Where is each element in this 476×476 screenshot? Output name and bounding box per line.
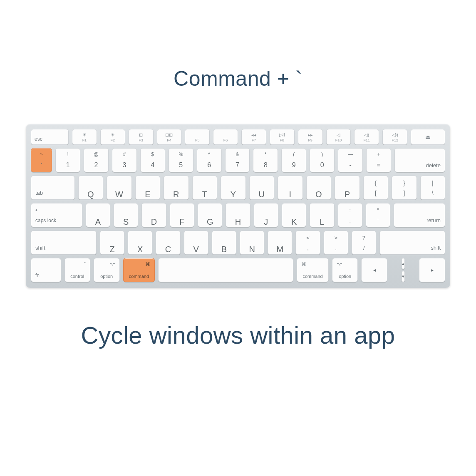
key-bracket-open: {[	[363, 176, 389, 200]
key-quote: "'	[366, 203, 390, 227]
key-bracket-close: }]	[392, 176, 417, 200]
shortcut-caption: Cycle windows within an app	[81, 321, 395, 349]
key-control: ˆcontrol	[64, 258, 91, 282]
key-comma: <,	[295, 231, 320, 255]
key-m: M	[268, 231, 292, 255]
key-g: G	[198, 203, 222, 227]
row-fn: esc ☀F1 ☀F2 ⊞F3 ⊞⊞F4 F5 F6 ◂◂F7 ▷IIF8 ▸▸…	[31, 129, 445, 145]
key-slash: ?/	[352, 231, 376, 255]
key-fn: fn	[31, 258, 61, 282]
key-f2: ☀F2	[100, 129, 125, 145]
key-capslock: •caps lock	[31, 203, 82, 227]
key-semicolon: :;	[338, 203, 362, 227]
key-s: S	[114, 203, 138, 227]
key-z: Z	[100, 231, 124, 255]
key-arrow-right: ▸	[419, 258, 445, 282]
key-v: V	[184, 231, 208, 255]
key-y: Y	[221, 176, 246, 200]
key-period: >.	[324, 231, 348, 255]
keyboard: esc ☀F1 ☀F2 ⊞F3 ⊞⊞F4 F5 F6 ◂◂F7 ▷IIF8 ▸▸…	[26, 124, 450, 288]
key-f8: ▷IIF8	[270, 129, 295, 145]
key-f6: F6	[213, 129, 238, 145]
key-f11: ◁)F11	[354, 129, 379, 145]
shortcut-title: Command + `	[174, 67, 302, 91]
key-j: J	[254, 203, 278, 227]
key-f7: ◂◂F7	[241, 129, 266, 145]
key-o: O	[306, 176, 332, 200]
key-4: $4	[140, 148, 165, 172]
key-space	[158, 258, 293, 282]
key-return: return	[394, 203, 445, 227]
key-0: )0	[310, 148, 335, 172]
row-num: ~` !1 @2 #3 $4 %5 ^6 &7 *8 (9 )0 —- += d…	[31, 148, 445, 172]
key-equals: +=	[366, 148, 391, 172]
control-icon: ˆ	[84, 262, 86, 268]
key-eject: ⏏	[411, 129, 445, 145]
key-2: @2	[84, 148, 109, 172]
key-f: F	[170, 203, 194, 227]
key-f9: ▸▸F9	[298, 129, 323, 145]
key-option-left: ⌥option	[94, 258, 120, 282]
key-q: Q	[78, 176, 104, 200]
key-l: L	[310, 203, 334, 227]
key-shift-right: shift	[379, 231, 445, 255]
key-5: %5	[169, 148, 193, 172]
key-esc: esc	[31, 129, 69, 145]
key-arrow-updown: ▴ ▾	[391, 258, 416, 282]
key-c: C	[156, 231, 180, 255]
key-9: (9	[281, 148, 306, 172]
key-3: #3	[112, 148, 137, 172]
key-f5: F5	[185, 129, 210, 145]
key-6: ^6	[197, 148, 222, 172]
key-arrow-up: ▴	[402, 258, 405, 269]
row-mod: fn ˆcontrol ⌥option ⌘command ⌘command ⌥o…	[31, 258, 445, 282]
key-8: *8	[253, 148, 278, 172]
command-icon: ⌘	[145, 261, 150, 267]
key-7: &7	[225, 148, 250, 172]
key-minus: —-	[338, 148, 363, 172]
eject-icon: ⏏	[411, 134, 445, 140]
key-backslash: |\	[420, 176, 446, 200]
key-i: I	[278, 176, 303, 200]
command-icon: ⌘	[301, 261, 306, 267]
key-n: N	[240, 231, 264, 255]
key-delete: delete	[394, 148, 445, 172]
key-a: A	[86, 203, 110, 227]
key-k: K	[282, 203, 306, 227]
key-f3: ⊞F3	[129, 129, 154, 145]
option-icon: ⌥	[337, 262, 342, 268]
key-1: !1	[55, 148, 80, 172]
key-e: E	[135, 176, 161, 200]
key-t: T	[192, 176, 218, 200]
key-f4: ⊞⊞F4	[157, 129, 182, 145]
key-option-right: ⌥option	[332, 258, 358, 282]
key-w: W	[107, 176, 132, 200]
row-a: •caps lock A S D F G H J K L :; "' retur…	[31, 203, 445, 227]
row-z: shift Z X C V B N M <, >. ?/ shift	[31, 231, 445, 255]
key-shift-left: shift	[31, 231, 97, 255]
key-h: H	[226, 203, 250, 227]
key-f1: ☀F1	[72, 129, 97, 145]
key-x: X	[128, 231, 152, 255]
key-tab: tab	[31, 176, 75, 200]
option-icon: ⌥	[109, 262, 115, 268]
key-f10: ◁F10	[326, 129, 351, 145]
key-r: R	[164, 176, 189, 200]
key-b: B	[212, 231, 236, 255]
key-f12: ◁))F12	[382, 129, 407, 145]
key-arrow-left: ◂	[361, 258, 387, 282]
key-command-left: ⌘command	[123, 258, 155, 282]
key-p: P	[335, 176, 360, 200]
key-d: D	[141, 203, 166, 227]
key-u: U	[249, 176, 275, 200]
key-arrow-down: ▾	[402, 271, 405, 282]
row-q: tab Q W E R T Y U I O P {[ }] |\	[31, 176, 445, 200]
key-backtick: ~`	[31, 148, 52, 172]
key-command-right: ⌘command	[297, 258, 329, 282]
